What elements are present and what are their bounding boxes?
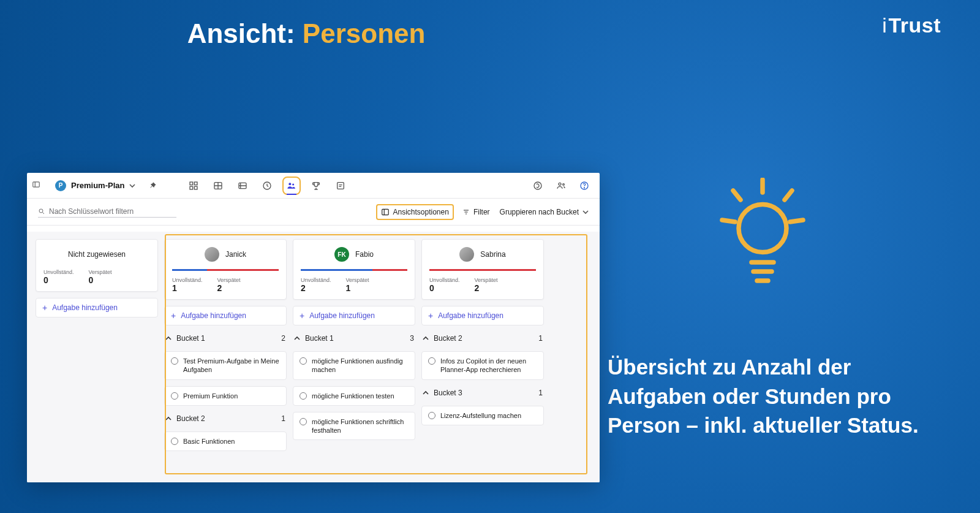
stat-label-incomplete: Unvollständ. — [429, 277, 460, 283]
add-task-button[interactable]: +Aufgabe hinzufügen — [421, 306, 544, 325]
view-options-label: Ansichtsoptionen — [393, 208, 449, 216]
task-card[interactable]: mögliche Funktionen ausfindig machen — [293, 351, 415, 380]
grid-view-icon[interactable] — [187, 179, 200, 192]
members-icon[interactable] — [554, 179, 568, 192]
group-by-button[interactable]: Gruppieren nach Bucket — [500, 208, 589, 216]
person-column-sabrina: Sabrina Unvollständ.0 Verspätet2 +Aufgab… — [421, 239, 544, 475]
people-view-icon[interactable] — [285, 179, 298, 192]
filter-label: Filter — [473, 208, 490, 216]
add-task-button[interactable]: +Aufgabe hinzufügen — [36, 298, 158, 317]
svg-line-2 — [785, 191, 792, 200]
add-task-button[interactable]: +Aufgabe hinzufügen — [293, 306, 415, 325]
task-title: mögliche Funktionen schriftlich festhalt… — [312, 417, 409, 435]
topbar: P Premium-Plan — [27, 173, 600, 199]
complete-circle-icon[interactable] — [300, 392, 307, 400]
task-card[interactable]: Premium Funktion — [164, 386, 287, 406]
svg-rect-12 — [195, 182, 198, 185]
complete-circle-icon[interactable] — [428, 357, 435, 365]
svg-rect-34 — [382, 209, 388, 215]
filter-button[interactable]: Filter — [462, 208, 490, 216]
chevron-up-icon — [165, 416, 172, 422]
task-title: Test Premium-Aufgabe in Meine Aufgaben — [183, 357, 280, 374]
pin-icon[interactable] — [146, 179, 160, 192]
svg-rect-11 — [190, 182, 193, 185]
svg-line-1 — [733, 191, 741, 200]
task-title: Premium Funktion — [183, 392, 238, 400]
complete-circle-icon[interactable] — [171, 357, 178, 365]
person-name: Janick — [225, 250, 246, 259]
task-card[interactable]: mögliche Funktionen schriftlich festhalt… — [293, 412, 415, 441]
task-card[interactable]: Infos zu Copilot in der neuen Planner-Ap… — [421, 351, 544, 380]
person-card[interactable]: FK Fabio Unvollständ.2 Verspätet1 — [293, 239, 415, 300]
bucket-header[interactable]: Bucket 21 — [421, 332, 544, 345]
bucket-header[interactable]: Bucket 12 — [164, 332, 287, 345]
svg-point-28 — [559, 183, 561, 185]
keyword-filter-input[interactable]: Nach Schlüsselwort filtern — [38, 206, 176, 218]
svg-point-23 — [293, 183, 295, 185]
avatar — [205, 247, 219, 262]
bucket-name: Bucket 2 — [434, 334, 462, 343]
chevron-down-icon — [582, 209, 589, 215]
bucket-count: 1 — [281, 414, 285, 423]
person-column-fabio: FK Fabio Unvollständ.2 Verspätet1 +Aufga… — [293, 239, 415, 475]
svg-point-5 — [739, 205, 786, 253]
person-card[interactable]: Sabrina Unvollständ.0 Verspätet2 — [421, 239, 544, 300]
plus-icon: + — [428, 311, 433, 320]
person-card[interactable]: Nicht zugewiesen Unvollständ.0 Verspätet… — [36, 239, 158, 292]
stat-value-late: 0 — [89, 275, 112, 285]
complete-circle-icon[interactable] — [428, 412, 435, 419]
slide-title-prefix: Ansicht: — [187, 18, 303, 48]
stat-label-incomplete: Unvollständ. — [43, 269, 74, 275]
add-task-label: Aufgabe hinzufügen — [309, 311, 375, 320]
svg-point-27 — [534, 182, 541, 189]
view-options-button[interactable]: Ansichtsoptionen — [377, 205, 453, 219]
stat-value-incomplete: 1 — [172, 283, 203, 293]
complete-circle-icon[interactable] — [171, 392, 178, 400]
task-card[interactable]: Lizenz-Aufstellung machen — [421, 406, 544, 425]
stat-value-late: 2 — [475, 283, 498, 293]
board-view-icon[interactable] — [211, 179, 225, 192]
brand-logo: iiTrustTrust — [882, 13, 941, 37]
collapse-sidebar-icon[interactable] — [32, 180, 40, 189]
group-by-label: Gruppieren nach Bucket — [500, 208, 579, 216]
svg-line-33 — [43, 213, 45, 215]
complete-circle-icon[interactable] — [300, 357, 307, 365]
stat-label-late: Verspätet — [89, 269, 112, 275]
task-card[interactable]: Basic Funktionen — [164, 431, 287, 451]
stat-value-incomplete: 0 — [429, 283, 460, 293]
bucket-header[interactable]: Bucket 31 — [421, 386, 544, 400]
plan-selector[interactable]: P Premium-Plan — [55, 180, 135, 191]
svg-rect-14 — [195, 186, 198, 189]
complete-circle-icon[interactable] — [171, 438, 178, 445]
chevron-down-icon — [129, 183, 135, 189]
avatar: FK — [334, 247, 349, 262]
plus-icon: + — [171, 311, 176, 320]
svg-line-4 — [790, 220, 803, 222]
plan-name: Premium-Plan — [71, 181, 124, 190]
avatar — [459, 247, 474, 262]
svg-rect-24 — [337, 182, 344, 189]
stat-value-late: 2 — [217, 283, 241, 293]
stat-label-late: Verspätet — [217, 277, 241, 283]
complete-circle-icon[interactable] — [300, 418, 307, 425]
task-card[interactable]: Test Premium-Aufgabe in Meine Aufgaben — [164, 351, 287, 380]
person-card[interactable]: Janick Unvollständ.1 Verspätet2 — [164, 239, 287, 300]
bucket-header[interactable]: Bucket 13 — [293, 332, 415, 345]
add-task-button[interactable]: +Aufgabe hinzufügen — [164, 306, 287, 325]
person-column-unassigned: Nicht zugewiesen Unvollständ.0 Verspätet… — [36, 239, 158, 475]
person-name: Nicht zugewiesen — [68, 250, 126, 259]
slide-caption: Übersicht zu Anzahl der Aufgaben oder St… — [608, 352, 951, 439]
assignments-view-icon[interactable] — [334, 179, 347, 192]
schedule-view-icon[interactable] — [260, 179, 274, 192]
bucket-count: 3 — [410, 334, 414, 343]
copilot-icon[interactable] — [531, 179, 545, 192]
bucket-header[interactable]: Bucket 21 — [164, 412, 287, 425]
task-card[interactable]: mögliche Funktionen testen — [293, 386, 415, 406]
help-icon[interactable] — [578, 179, 591, 192]
svg-point-22 — [289, 183, 292, 185]
people-board: Nicht zugewiesen Unvollständ.0 Verspätet… — [27, 232, 600, 482]
slide-title-highlight: Personen — [303, 18, 426, 48]
lightbulb-icon — [717, 178, 809, 288]
goals-view-icon[interactable] — [309, 179, 323, 192]
timeline-view-icon[interactable] — [236, 179, 249, 192]
